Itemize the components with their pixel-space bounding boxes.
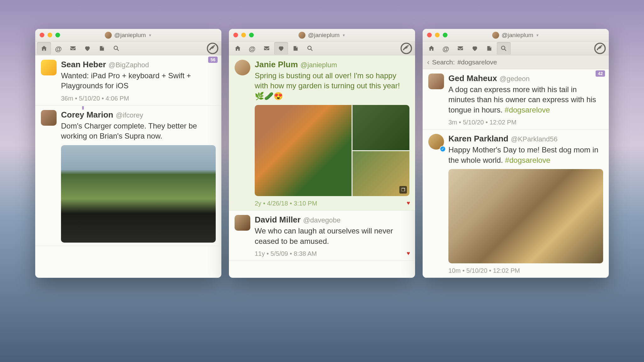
avatar xyxy=(492,32,499,39)
tweet-meta: 36m • 5/10/20 • 4:06 PM xyxy=(61,95,216,102)
tweet-meta: 10m • 5/10/20 • 12:02 PM xyxy=(448,267,603,274)
account-switcher[interactable]: @janieplum ▼ xyxy=(492,32,539,39)
unread-badge: 56 xyxy=(208,57,218,63)
search-query: #dogsarelove xyxy=(457,58,497,66)
messages-tab[interactable] xyxy=(66,42,80,55)
close-window-button[interactable] xyxy=(233,33,238,37)
display-name[interactable]: Ged Maheux xyxy=(448,74,497,83)
toolbar: @ xyxy=(423,41,609,55)
tweet-media[interactable]: ❐ xyxy=(255,105,409,196)
svg-point-0 xyxy=(114,46,118,49)
tweet-body: Happy Mother's Day to me! Best dog mom i… xyxy=(448,145,603,165)
hashtag[interactable]: #dogsarelove xyxy=(505,106,550,114)
avatar[interactable] xyxy=(235,215,250,231)
tweet-body: Dom's Charger complete. They better be w… xyxy=(61,121,216,141)
maximize-window-button[interactable] xyxy=(249,33,254,37)
titlebar[interactable]: @janieplum ▼ xyxy=(423,29,609,41)
user-handle[interactable]: @ifcorey xyxy=(116,111,143,119)
search-tab[interactable] xyxy=(109,42,123,55)
feed[interactable]: 42 Ged Maheux @gedeon A dog can express … xyxy=(423,69,609,278)
app-window: @janieplum ▼ @ 56 Sean Heber @BigZaphod … xyxy=(35,29,221,278)
messages-tab[interactable] xyxy=(260,42,274,55)
lists-tab[interactable] xyxy=(482,42,496,55)
svg-point-2 xyxy=(308,46,311,49)
compose-button[interactable] xyxy=(399,42,413,55)
hashtag[interactable]: #dogsarelove xyxy=(505,156,550,164)
titlebar[interactable]: @janieplum ▼ xyxy=(229,29,415,41)
bookmark-icon: ▮ xyxy=(82,105,84,110)
close-window-button[interactable] xyxy=(40,33,44,37)
likes-tab[interactable] xyxy=(80,42,94,55)
tweet[interactable]: ✓ Karen Parkland @KParkland56 Happy Moth… xyxy=(423,129,609,278)
messages-tab[interactable] xyxy=(453,42,467,55)
home-tab[interactable] xyxy=(425,42,438,55)
app-window: @janieplum ▼ @ ‹ Search: #dogsarelove 42… xyxy=(423,29,609,278)
compose-button[interactable] xyxy=(206,42,219,55)
display-name[interactable]: Corey Marion xyxy=(61,110,113,120)
user-handle[interactable]: @janieplum xyxy=(300,61,337,69)
maximize-window-button[interactable] xyxy=(55,33,60,37)
toolbar: @ xyxy=(35,41,221,55)
tweet[interactable]: Ged Maheux @gedeon A dog can express mor… xyxy=(423,69,609,129)
search-bar[interactable]: ‹ Search: #dogsarelove xyxy=(423,55,609,69)
search-tab[interactable] xyxy=(303,42,317,55)
display-name[interactable]: Janie Plum xyxy=(255,60,298,69)
liked-heart-icon: ♥ xyxy=(407,200,410,206)
account-handle: @janieplum xyxy=(308,32,340,39)
account-handle: @janieplum xyxy=(114,32,146,39)
chevron-down-icon: ▼ xyxy=(148,33,152,37)
minimize-window-button[interactable] xyxy=(47,33,52,37)
liked-heart-icon: ♥ xyxy=(407,250,410,257)
mentions-tab[interactable]: @ xyxy=(245,42,259,55)
minimize-window-button[interactable] xyxy=(241,33,246,37)
app-window: @janieplum ▼ @ Janie Plum @janieplum Spr… xyxy=(229,29,415,278)
avatar[interactable] xyxy=(428,74,444,89)
titlebar[interactable]: @janieplum ▼ xyxy=(35,29,221,41)
tweet[interactable]: ▮ Corey Marion @ifcorey Dom's Charger co… xyxy=(35,106,221,246)
feed[interactable]: Janie Plum @janieplum Spring is busting … xyxy=(229,55,415,278)
likes-tab[interactable] xyxy=(468,42,482,55)
display-name[interactable]: Karen Parkland xyxy=(448,134,508,144)
avatar[interactable] xyxy=(41,110,57,126)
account-switcher[interactable]: @janieplum ▼ xyxy=(105,32,152,39)
tweet-media[interactable] xyxy=(61,145,216,243)
avatar[interactable] xyxy=(41,60,57,75)
back-chevron-icon[interactable]: ‹ xyxy=(427,58,430,67)
tweet-body: Wanted: iPad Pro + keyboard + Swift + Pl… xyxy=(61,71,216,91)
multi-image-icon: ❐ xyxy=(399,186,407,194)
likes-tab[interactable] xyxy=(274,42,288,55)
lists-tab[interactable] xyxy=(289,42,303,55)
tweet-meta: 11y • 5/5/09 • 8:38 AM xyxy=(255,250,409,257)
user-handle[interactable]: @gedeon xyxy=(500,75,530,83)
tweet-body: Spring is busting out all over! I'm so h… xyxy=(255,71,409,101)
avatar[interactable] xyxy=(235,60,250,75)
close-window-button[interactable] xyxy=(427,33,432,37)
toolbar: @ xyxy=(229,41,415,55)
compose-button[interactable] xyxy=(593,42,607,55)
verified-badge-icon: ✓ xyxy=(440,146,446,152)
account-switcher[interactable]: @janieplum ▼ xyxy=(298,32,346,39)
home-tab[interactable] xyxy=(37,42,51,55)
feed[interactable]: 56 Sean Heber @BigZaphod Wanted: iPad Pr… xyxy=(35,55,221,278)
user-handle[interactable]: @KParkland56 xyxy=(511,135,558,143)
tweet-media[interactable] xyxy=(448,169,603,263)
search-tab[interactable] xyxy=(497,42,511,55)
tweet[interactable]: Janie Plum @janieplum Spring is busting … xyxy=(229,55,415,211)
mentions-tab[interactable]: @ xyxy=(439,42,453,55)
maximize-window-button[interactable] xyxy=(443,33,447,37)
tweet[interactable]: David Miller @davegobe We who can laugh … xyxy=(229,211,415,261)
tweet[interactable]: Sean Heber @BigZaphod Wanted: iPad Pro +… xyxy=(35,55,221,106)
user-handle[interactable]: @davegobe xyxy=(303,216,341,224)
display-name[interactable]: Sean Heber xyxy=(61,60,106,69)
mentions-tab[interactable]: @ xyxy=(52,42,65,55)
lists-tab[interactable] xyxy=(95,42,109,55)
minimize-window-button[interactable] xyxy=(435,33,440,37)
account-handle: @janieplum xyxy=(502,32,533,39)
home-tab[interactable] xyxy=(231,42,245,55)
display-name[interactable]: David Miller xyxy=(255,215,301,225)
tweet-meta: 3m • 5/10/20 • 12:02 PM xyxy=(448,119,603,126)
user-handle[interactable]: @BigZaphod xyxy=(108,61,149,69)
chevron-down-icon: ▼ xyxy=(536,33,539,37)
avatar xyxy=(298,32,305,39)
tweet-meta: 2y • 4/26/18 • 3:10 PM xyxy=(255,200,409,207)
